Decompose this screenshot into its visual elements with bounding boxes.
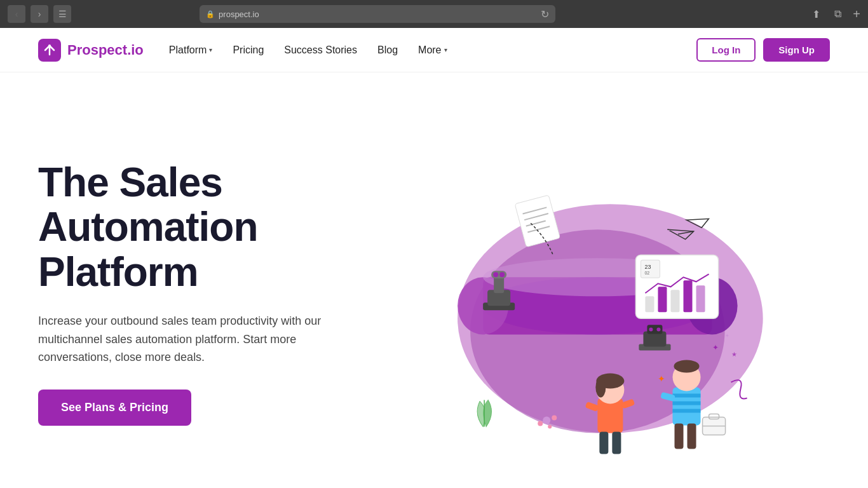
svg-rect-21 (658, 287, 667, 312)
hero-title: The Sales Automation Platform (38, 160, 419, 294)
svg-point-61 (548, 424, 552, 428)
lock-icon: 🔒 (206, 10, 215, 18)
logo-text: Prospect.io (67, 42, 144, 58)
svg-point-59 (552, 415, 557, 420)
logo-link[interactable]: Prospect.io (38, 39, 144, 62)
svg-point-60 (538, 421, 543, 426)
svg-text:✦: ✦ (725, 333, 729, 339)
chevron-down-icon-more: ▾ (444, 46, 447, 53)
signup-button[interactable]: Sign Up (763, 38, 830, 62)
hero-illustration: 23 02 (419, 98, 776, 488)
svg-point-58 (543, 416, 550, 424)
hero-content: The Sales Automation Platform Increase y… (38, 160, 419, 426)
browser-actions: ⬆ ⧉ + (807, 5, 860, 23)
svg-rect-45 (672, 393, 700, 397)
hero-section: The Sales Automation Platform Increase y… (0, 72, 868, 488)
forward-button[interactable]: › (31, 5, 48, 23)
navbar: Prospect.io Platform ▾ Pricing Success S… (0, 28, 868, 72)
logo-icon (38, 39, 61, 62)
svg-text:★: ★ (731, 351, 737, 358)
svg-point-0 (48, 44, 51, 47)
share-button[interactable]: ⬆ (807, 5, 825, 23)
svg-point-35 (656, 327, 660, 331)
svg-text:23: 23 (644, 264, 651, 270)
reload-icon[interactable]: ↻ (541, 8, 549, 20)
login-button[interactable]: Log In (696, 38, 756, 62)
svg-text:✦: ✦ (658, 374, 665, 384)
svg-text:02: 02 (644, 271, 649, 275)
svg-point-49 (674, 360, 699, 372)
nav-auth: Log In Sign Up (696, 38, 830, 62)
svg-rect-42 (599, 431, 608, 454)
svg-rect-22 (670, 290, 679, 312)
website-content: Prospect.io Platform ▾ Pricing Success S… (0, 28, 868, 488)
svg-rect-51 (688, 423, 696, 449)
chevron-down-icon: ▾ (209, 46, 212, 53)
svg-point-34 (649, 327, 653, 331)
svg-point-17 (493, 272, 498, 277)
svg-rect-50 (674, 423, 683, 449)
svg-rect-46 (672, 401, 700, 405)
hero-subtitle: Increase your outbound sales team produc… (38, 312, 356, 367)
address-bar[interactable]: 🔒 prospect.io ↻ (200, 5, 555, 23)
nav-pricing[interactable]: Pricing (233, 44, 264, 56)
svg-rect-20 (645, 296, 654, 312)
add-button[interactable]: + (853, 5, 860, 23)
back-button[interactable]: ‹ (8, 5, 25, 23)
nav-success-stories[interactable]: Success Stories (284, 44, 357, 56)
svg-rect-24 (696, 285, 705, 312)
svg-point-39 (595, 377, 606, 397)
svg-text:✦: ✦ (712, 343, 719, 352)
hero-svg: 23 02 (419, 128, 776, 459)
svg-rect-44 (672, 387, 700, 425)
url-text: prospect.io (219, 10, 259, 19)
new-tab-button[interactable]: ⧉ (829, 5, 846, 23)
cta-button[interactable]: See Plans & Pricing (38, 390, 191, 426)
svg-rect-23 (684, 280, 693, 312)
svg-rect-43 (612, 431, 621, 454)
browser-chrome: ‹ › ☰ 🔒 prospect.io ↻ ⬆ ⧉ + (0, 0, 868, 28)
nav-more[interactable]: More ▾ (418, 44, 447, 56)
svg-point-18 (499, 272, 505, 277)
nav-links: Platform ▾ Pricing Success Stories Blog … (169, 44, 697, 56)
sidebar-button[interactable]: ☰ (53, 5, 71, 23)
nav-blog[interactable]: Blog (377, 44, 398, 56)
svg-rect-47 (672, 409, 700, 412)
nav-platform[interactable]: Platform ▾ (169, 44, 213, 56)
